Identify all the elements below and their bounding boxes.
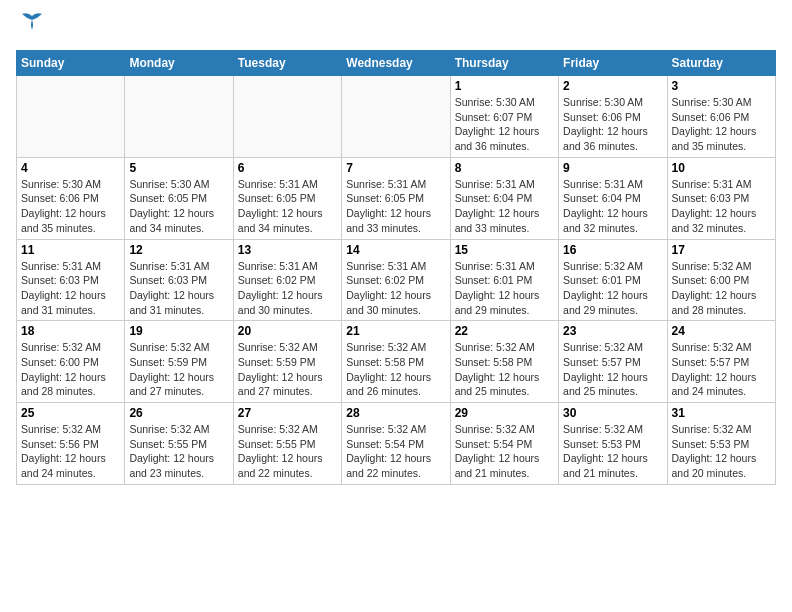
calendar-cell <box>233 76 341 158</box>
day-info: Sunrise: 5:32 AMSunset: 5:55 PMDaylight:… <box>129 423 214 479</box>
day-info: Sunrise: 5:31 AMSunset: 6:04 PMDaylight:… <box>563 178 648 234</box>
calendar-cell: 6 Sunrise: 5:31 AMSunset: 6:05 PMDayligh… <box>233 157 341 239</box>
day-info: Sunrise: 5:32 AMSunset: 5:59 PMDaylight:… <box>129 341 214 397</box>
day-number: 29 <box>455 406 554 420</box>
calendar-week-3: 18 Sunrise: 5:32 AMSunset: 6:00 PMDaylig… <box>17 321 776 403</box>
day-number: 18 <box>21 324 120 338</box>
day-number: 30 <box>563 406 662 420</box>
calendar-cell: 30 Sunrise: 5:32 AMSunset: 5:53 PMDaylig… <box>559 403 667 485</box>
calendar-cell: 2 Sunrise: 5:30 AMSunset: 6:06 PMDayligh… <box>559 76 667 158</box>
day-number: 23 <box>563 324 662 338</box>
day-number: 25 <box>21 406 120 420</box>
day-number: 15 <box>455 243 554 257</box>
calendar-cell: 1 Sunrise: 5:30 AMSunset: 6:07 PMDayligh… <box>450 76 558 158</box>
day-info: Sunrise: 5:31 AMSunset: 6:03 PMDaylight:… <box>129 260 214 316</box>
calendar-cell: 12 Sunrise: 5:31 AMSunset: 6:03 PMDaylig… <box>125 239 233 321</box>
day-number: 21 <box>346 324 445 338</box>
day-number: 17 <box>672 243 771 257</box>
calendar-cell: 22 Sunrise: 5:32 AMSunset: 5:58 PMDaylig… <box>450 321 558 403</box>
day-info: Sunrise: 5:31 AMSunset: 6:04 PMDaylight:… <box>455 178 540 234</box>
day-number: 28 <box>346 406 445 420</box>
day-info: Sunrise: 5:32 AMSunset: 5:54 PMDaylight:… <box>455 423 540 479</box>
day-number: 6 <box>238 161 337 175</box>
day-header-thursday: Thursday <box>450 51 558 76</box>
day-number: 13 <box>238 243 337 257</box>
day-number: 1 <box>455 79 554 93</box>
day-info: Sunrise: 5:32 AMSunset: 6:00 PMDaylight:… <box>672 260 757 316</box>
day-info: Sunrise: 5:31 AMSunset: 6:05 PMDaylight:… <box>346 178 431 234</box>
calendar-cell <box>125 76 233 158</box>
day-info: Sunrise: 5:32 AMSunset: 5:59 PMDaylight:… <box>238 341 323 397</box>
calendar-cell: 23 Sunrise: 5:32 AMSunset: 5:57 PMDaylig… <box>559 321 667 403</box>
day-number: 8 <box>455 161 554 175</box>
day-number: 5 <box>129 161 228 175</box>
day-info: Sunrise: 5:32 AMSunset: 5:55 PMDaylight:… <box>238 423 323 479</box>
calendar-cell: 25 Sunrise: 5:32 AMSunset: 5:56 PMDaylig… <box>17 403 125 485</box>
day-info: Sunrise: 5:32 AMSunset: 5:57 PMDaylight:… <box>672 341 757 397</box>
day-number: 3 <box>672 79 771 93</box>
calendar-cell: 28 Sunrise: 5:32 AMSunset: 5:54 PMDaylig… <box>342 403 450 485</box>
logo <box>16 16 46 42</box>
day-number: 9 <box>563 161 662 175</box>
day-info: Sunrise: 5:30 AMSunset: 6:06 PMDaylight:… <box>21 178 106 234</box>
calendar-week-4: 25 Sunrise: 5:32 AMSunset: 5:56 PMDaylig… <box>17 403 776 485</box>
calendar-cell <box>342 76 450 158</box>
calendar-cell: 24 Sunrise: 5:32 AMSunset: 5:57 PMDaylig… <box>667 321 775 403</box>
day-info: Sunrise: 5:30 AMSunset: 6:06 PMDaylight:… <box>672 96 757 152</box>
day-info: Sunrise: 5:31 AMSunset: 6:01 PMDaylight:… <box>455 260 540 316</box>
day-number: 31 <box>672 406 771 420</box>
day-number: 20 <box>238 324 337 338</box>
day-header-sunday: Sunday <box>17 51 125 76</box>
calendar-cell: 11 Sunrise: 5:31 AMSunset: 6:03 PMDaylig… <box>17 239 125 321</box>
day-info: Sunrise: 5:31 AMSunset: 6:02 PMDaylight:… <box>238 260 323 316</box>
day-info: Sunrise: 5:32 AMSunset: 6:01 PMDaylight:… <box>563 260 648 316</box>
day-number: 22 <box>455 324 554 338</box>
day-number: 2 <box>563 79 662 93</box>
day-info: Sunrise: 5:30 AMSunset: 6:05 PMDaylight:… <box>129 178 214 234</box>
calendar-cell: 3 Sunrise: 5:30 AMSunset: 6:06 PMDayligh… <box>667 76 775 158</box>
day-number: 4 <box>21 161 120 175</box>
calendar-table: SundayMondayTuesdayWednesdayThursdayFrid… <box>16 50 776 485</box>
day-info: Sunrise: 5:32 AMSunset: 5:53 PMDaylight:… <box>672 423 757 479</box>
calendar-cell: 31 Sunrise: 5:32 AMSunset: 5:53 PMDaylig… <box>667 403 775 485</box>
day-info: Sunrise: 5:31 AMSunset: 6:05 PMDaylight:… <box>238 178 323 234</box>
day-info: Sunrise: 5:32 AMSunset: 5:57 PMDaylight:… <box>563 341 648 397</box>
calendar-cell <box>17 76 125 158</box>
day-info: Sunrise: 5:32 AMSunset: 5:53 PMDaylight:… <box>563 423 648 479</box>
calendar-cell: 13 Sunrise: 5:31 AMSunset: 6:02 PMDaylig… <box>233 239 341 321</box>
calendar-cell: 26 Sunrise: 5:32 AMSunset: 5:55 PMDaylig… <box>125 403 233 485</box>
day-number: 16 <box>563 243 662 257</box>
logo-bird-icon <box>18 12 46 32</box>
calendar-week-2: 11 Sunrise: 5:31 AMSunset: 6:03 PMDaylig… <box>17 239 776 321</box>
calendar-cell: 21 Sunrise: 5:32 AMSunset: 5:58 PMDaylig… <box>342 321 450 403</box>
calendar-cell: 4 Sunrise: 5:30 AMSunset: 6:06 PMDayligh… <box>17 157 125 239</box>
calendar-cell: 27 Sunrise: 5:32 AMSunset: 5:55 PMDaylig… <box>233 403 341 485</box>
calendar-cell: 7 Sunrise: 5:31 AMSunset: 6:05 PMDayligh… <box>342 157 450 239</box>
day-info: Sunrise: 5:32 AMSunset: 5:58 PMDaylight:… <box>346 341 431 397</box>
day-number: 24 <box>672 324 771 338</box>
calendar-week-0: 1 Sunrise: 5:30 AMSunset: 6:07 PMDayligh… <box>17 76 776 158</box>
page-header <box>16 16 776 42</box>
day-info: Sunrise: 5:30 AMSunset: 6:07 PMDaylight:… <box>455 96 540 152</box>
calendar-week-1: 4 Sunrise: 5:30 AMSunset: 6:06 PMDayligh… <box>17 157 776 239</box>
day-number: 10 <box>672 161 771 175</box>
calendar-cell: 14 Sunrise: 5:31 AMSunset: 6:02 PMDaylig… <box>342 239 450 321</box>
day-number: 7 <box>346 161 445 175</box>
day-info: Sunrise: 5:31 AMSunset: 6:02 PMDaylight:… <box>346 260 431 316</box>
day-number: 12 <box>129 243 228 257</box>
calendar-cell: 15 Sunrise: 5:31 AMSunset: 6:01 PMDaylig… <box>450 239 558 321</box>
day-header-tuesday: Tuesday <box>233 51 341 76</box>
day-info: Sunrise: 5:31 AMSunset: 6:03 PMDaylight:… <box>672 178 757 234</box>
day-info: Sunrise: 5:32 AMSunset: 5:56 PMDaylight:… <box>21 423 106 479</box>
day-info: Sunrise: 5:30 AMSunset: 6:06 PMDaylight:… <box>563 96 648 152</box>
calendar-cell: 18 Sunrise: 5:32 AMSunset: 6:00 PMDaylig… <box>17 321 125 403</box>
day-header-wednesday: Wednesday <box>342 51 450 76</box>
calendar-cell: 29 Sunrise: 5:32 AMSunset: 5:54 PMDaylig… <box>450 403 558 485</box>
day-header-friday: Friday <box>559 51 667 76</box>
calendar-cell: 20 Sunrise: 5:32 AMSunset: 5:59 PMDaylig… <box>233 321 341 403</box>
day-header-monday: Monday <box>125 51 233 76</box>
calendar-cell: 10 Sunrise: 5:31 AMSunset: 6:03 PMDaylig… <box>667 157 775 239</box>
day-number: 11 <box>21 243 120 257</box>
day-number: 19 <box>129 324 228 338</box>
day-info: Sunrise: 5:32 AMSunset: 6:00 PMDaylight:… <box>21 341 106 397</box>
